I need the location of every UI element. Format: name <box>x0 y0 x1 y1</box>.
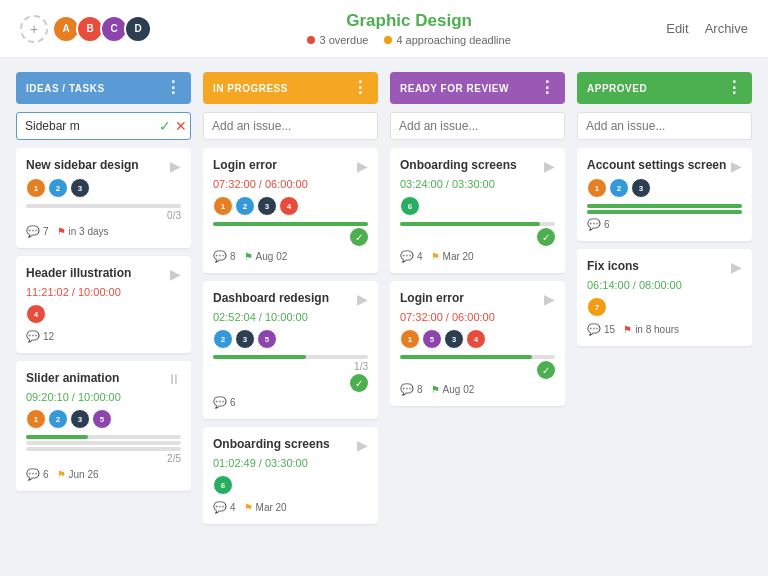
cancel-input-button[interactable]: ✕ <box>175 118 187 134</box>
flag-badge: ⚑Aug 02 <box>431 384 475 395</box>
col-menu-button[interactable]: ⋮ <box>726 80 743 96</box>
progress-fill <box>213 222 368 226</box>
play-button[interactable]: ▶ <box>357 291 368 307</box>
comment-icon: 💬 <box>213 396 227 409</box>
cards-area: Onboarding screens▶03:24:00 / 03:30:006✓… <box>390 148 565 562</box>
card-title-row: Dashboard redesign▶ <box>213 291 368 307</box>
overdue-meta: 3 overdue <box>307 34 368 46</box>
cards-area: New sidebar design▶1230/3💬7⚑in 3 daysHea… <box>16 148 191 562</box>
col-label: READY FOR REVIEW <box>400 83 509 94</box>
progress-fill <box>400 222 540 226</box>
col-menu-button[interactable]: ⋮ <box>539 80 556 96</box>
card: Login error▶07:32:00 / 06:00:001234✓💬8⚑A… <box>203 148 378 273</box>
card-avatars: 1235 <box>26 409 181 429</box>
col-label: IN PROGRESS <box>213 83 288 94</box>
play-button[interactable]: ▶ <box>357 158 368 174</box>
progress-bar <box>400 355 555 359</box>
overdue-dot <box>307 36 315 44</box>
archive-button[interactable]: Archive <box>705 21 748 36</box>
avatar: 3 <box>631 178 651 198</box>
card-avatars: 1534 <box>400 329 555 349</box>
flag-value: Mar 20 <box>256 502 287 513</box>
avatar: 1 <box>213 196 233 216</box>
add-member-button[interactable]: + <box>20 15 48 43</box>
comment-icon: 💬 <box>587 218 601 231</box>
play-button[interactable]: ▶ <box>170 266 181 282</box>
add-issue-input[interactable] <box>577 112 752 140</box>
comment-badge: 💬15 <box>587 323 615 336</box>
card-title-row: Onboarding screens▶ <box>213 437 368 453</box>
play-button[interactable]: ▶ <box>731 259 742 275</box>
card-avatars: 4 <box>26 304 181 324</box>
confirm-input-button[interactable]: ✓ <box>159 118 171 134</box>
progress-fill <box>26 435 88 439</box>
add-issue-wrap <box>203 112 378 140</box>
avatar: 7 <box>587 297 607 317</box>
card-title: Onboarding screens <box>213 437 353 451</box>
complete-wrap: ✓ <box>400 361 555 379</box>
flag-icon: ⚑ <box>57 469 66 480</box>
avatar: 3 <box>70 409 90 429</box>
flag-value: Aug 02 <box>443 384 475 395</box>
progress-wrap: 0/3 <box>26 204 181 221</box>
card: Fix icons▶06:14:00 / 08:00:007💬15⚑in 8 h… <box>577 249 752 346</box>
card-time: 09:20:10 / 10:00:00 <box>26 391 181 403</box>
progress-bar <box>26 435 181 439</box>
comment-icon: 💬 <box>400 383 414 396</box>
card: Account settings screen▶123💬6 <box>577 148 752 241</box>
add-issue-input[interactable] <box>390 112 565 140</box>
input-actions: ✓ ✕ <box>159 118 187 134</box>
comment-count: 12 <box>43 331 54 342</box>
card-avatars: 235 <box>213 329 368 349</box>
board: IDEAS / TASKS⋮ ✓ ✕ New sidebar design▶12… <box>0 58 768 576</box>
card-time: 03:24:00 / 03:30:00 <box>400 178 555 190</box>
col-menu-button[interactable]: ⋮ <box>352 80 369 96</box>
card-footer: 💬4⚑Mar 20 <box>213 501 368 514</box>
card-footer: 💬4⚑Mar 20 <box>400 250 555 263</box>
progress-bar <box>587 210 742 214</box>
edit-button[interactable]: Edit <box>666 21 688 36</box>
col-menu-button[interactable]: ⋮ <box>165 80 182 96</box>
card-footer: 💬6 <box>213 396 368 409</box>
card: Onboarding screens▶03:24:00 / 03:30:006✓… <box>390 148 565 273</box>
card-title: Onboarding screens <box>400 158 540 172</box>
comment-badge: 💬6 <box>587 218 610 231</box>
progress-wrap: ✓ <box>400 355 555 379</box>
flag-value: Jun 26 <box>69 469 99 480</box>
complete-icon: ✓ <box>537 228 555 246</box>
col-label: APPROVED <box>587 83 647 94</box>
pause-button[interactable]: ⏸ <box>167 371 181 387</box>
play-button[interactable]: ▶ <box>731 158 742 174</box>
flag-icon: ⚑ <box>57 226 66 237</box>
header-actions: Edit Archive <box>666 21 748 36</box>
play-button[interactable]: ▶ <box>544 158 555 174</box>
comment-icon: 💬 <box>400 250 414 263</box>
card-title: Login error <box>400 291 540 305</box>
card-time: 06:14:00 / 08:00:00 <box>587 279 742 291</box>
avatar: 2 <box>48 178 68 198</box>
flag-badge: ⚑Mar 20 <box>431 251 474 262</box>
flag-value: in 3 days <box>69 226 109 237</box>
progress-fill <box>213 355 306 359</box>
play-button[interactable]: ▶ <box>170 158 181 174</box>
comment-count: 6 <box>230 397 236 408</box>
flag-icon: ⚑ <box>244 251 253 262</box>
avatar: 3 <box>257 196 277 216</box>
avatar: 1 <box>26 178 46 198</box>
comment-count: 7 <box>43 226 49 237</box>
play-button[interactable]: ▶ <box>357 437 368 453</box>
card-footer: 💬6 <box>587 218 742 231</box>
progress-bar <box>26 447 181 451</box>
progress-count: 2/5 <box>26 453 181 464</box>
avatar: 5 <box>257 329 277 349</box>
card-time: 11:21:02 / 10:00:00 <box>26 286 181 298</box>
play-button[interactable]: ▶ <box>544 291 555 307</box>
comment-badge: 💬8 <box>400 383 423 396</box>
comment-badge: 💬6 <box>26 468 49 481</box>
comment-count: 8 <box>230 251 236 262</box>
comment-icon: 💬 <box>26 225 40 238</box>
column-review: READY FOR REVIEW⋮Onboarding screens▶03:2… <box>390 72 565 562</box>
progress-wrap: ✓ <box>213 222 368 246</box>
card-footer: 💬15⚑in 8 hours <box>587 323 742 336</box>
add-issue-input[interactable] <box>203 112 378 140</box>
